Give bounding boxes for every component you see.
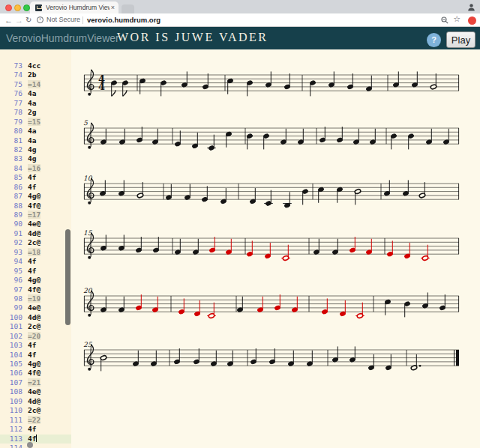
note[interactable] xyxy=(266,71,272,88)
note[interactable] xyxy=(118,180,125,196)
note[interactable] xyxy=(119,129,126,145)
editor-line[interactable]: 874g@ xyxy=(0,192,71,201)
cursor-drag-handle[interactable] xyxy=(27,442,33,448)
page-zoom-icon[interactable] xyxy=(441,16,448,24)
note[interactable] xyxy=(386,354,392,371)
note[interactable] xyxy=(263,133,270,150)
editor-line[interactable]: 854f xyxy=(0,173,71,182)
editor-line[interactable]: 922c@ xyxy=(0,238,71,247)
note[interactable] xyxy=(269,348,276,365)
note[interactable] xyxy=(100,355,106,372)
note-token[interactable]: 4g xyxy=(28,154,36,163)
note[interactable] xyxy=(418,182,425,199)
note[interactable] xyxy=(227,351,234,367)
note[interactable] xyxy=(207,303,216,319)
note[interactable] xyxy=(194,348,200,365)
note[interactable] xyxy=(152,129,159,145)
note[interactable] xyxy=(160,80,167,97)
profile-icon[interactable] xyxy=(467,3,476,11)
note-token[interactable]: 2b xyxy=(28,70,36,79)
bookmark-star-icon[interactable]: ☆ xyxy=(453,14,460,24)
note-token[interactable]: 4f@ xyxy=(28,369,40,377)
note[interactable] xyxy=(320,127,326,143)
editor-line[interactable]: 884f@ xyxy=(0,202,71,211)
note[interactable] xyxy=(202,73,209,90)
note[interactable] xyxy=(184,184,191,201)
note[interactable] xyxy=(118,234,125,251)
editor-line[interactable]: 1134f xyxy=(0,435,71,444)
play-button[interactable]: Play xyxy=(446,31,476,48)
editor-line[interactable]: 734cc xyxy=(0,61,71,70)
note[interactable] xyxy=(247,240,254,257)
note-token[interactable]: 4f xyxy=(28,425,36,433)
note[interactable] xyxy=(314,239,320,255)
note-token[interactable]: 4e@ xyxy=(28,220,40,228)
note[interactable] xyxy=(136,127,143,143)
editor-line[interactable]: 75=14 xyxy=(0,80,71,89)
note[interactable] xyxy=(182,71,188,88)
note[interactable] xyxy=(136,237,142,253)
note[interactable] xyxy=(403,180,410,196)
note[interactable] xyxy=(426,129,433,145)
editor-line[interactable]: 1044f xyxy=(0,351,71,360)
note[interactable] xyxy=(404,243,411,259)
editor-line[interactable]: 1012c@ xyxy=(0,322,71,331)
barline-token[interactable]: =17 xyxy=(28,211,40,219)
note-token[interactable]: 4f xyxy=(28,173,36,181)
editor-line[interactable]: 98=19 xyxy=(0,294,71,303)
note-token[interactable]: 4f xyxy=(28,257,36,265)
note[interactable] xyxy=(322,298,328,315)
editor-line[interactable]: 774a xyxy=(0,99,71,108)
editor-line[interactable]: 964g@ xyxy=(0,276,71,285)
note[interactable] xyxy=(153,237,160,253)
note[interactable] xyxy=(100,297,107,313)
note[interactable] xyxy=(265,243,272,259)
note[interactable] xyxy=(100,180,106,196)
barline-token[interactable]: =22 xyxy=(28,416,40,424)
note[interactable] xyxy=(318,187,325,203)
editor-line[interactable]: 84=16 xyxy=(0,164,71,173)
note[interactable] xyxy=(175,130,182,147)
note-token[interactable]: 4e@ xyxy=(28,303,40,312)
note[interactable] xyxy=(430,73,436,90)
note[interactable] xyxy=(192,133,199,149)
note[interactable] xyxy=(332,239,339,255)
note[interactable] xyxy=(136,294,142,311)
note[interactable] xyxy=(443,129,450,145)
tab-close-icon[interactable]: × xyxy=(111,4,115,11)
note[interactable] xyxy=(175,239,182,255)
note[interactable] xyxy=(136,182,143,199)
note-token[interactable]: 4e@ xyxy=(28,387,40,396)
note-token[interactable]: 4f@ xyxy=(28,285,40,294)
note[interactable] xyxy=(384,180,391,196)
note[interactable] xyxy=(356,303,364,319)
help-button[interactable]: ? xyxy=(427,33,441,47)
editor-line[interactable]: 764a xyxy=(0,89,71,98)
note[interactable] xyxy=(280,129,287,145)
note[interactable] xyxy=(174,348,181,365)
note[interactable] xyxy=(421,245,430,261)
editor-line[interactable]: 1102c@ xyxy=(0,406,71,415)
note-token[interactable]: 4f xyxy=(28,351,36,359)
note[interactable] xyxy=(368,354,375,371)
note[interactable] xyxy=(283,192,292,208)
humdrum-editor[interactable]: 734cc742b75=14764a774a782g79=15804a814a8… xyxy=(0,49,71,448)
editor-line[interactable]: 1034f xyxy=(0,341,71,350)
note[interactable] xyxy=(347,73,354,90)
note-token[interactable]: 4d@ xyxy=(28,313,40,321)
note[interactable] xyxy=(284,73,291,90)
note-token[interactable]: 4f@ xyxy=(28,202,40,210)
editor-line[interactable]: 1084e@ xyxy=(0,387,71,396)
editor-line[interactable]: 107=21 xyxy=(0,378,71,387)
note[interactable] xyxy=(118,297,125,313)
browser-tab[interactable]: Verovio Humdrum Viewer × xyxy=(30,1,118,13)
editor-line[interactable]: 1124f xyxy=(0,425,71,434)
barline-token[interactable]: =18 xyxy=(28,248,40,256)
note-token[interactable]: 2c@ xyxy=(28,406,40,414)
editor-line[interactable]: 814a xyxy=(0,136,71,145)
editor-line[interactable]: 93=18 xyxy=(0,248,71,257)
note[interactable] xyxy=(250,188,256,205)
editor-line[interactable]: 994e@ xyxy=(0,303,71,312)
tab-stub[interactable] xyxy=(122,4,134,13)
note-token[interactable]: 4g xyxy=(28,145,36,154)
